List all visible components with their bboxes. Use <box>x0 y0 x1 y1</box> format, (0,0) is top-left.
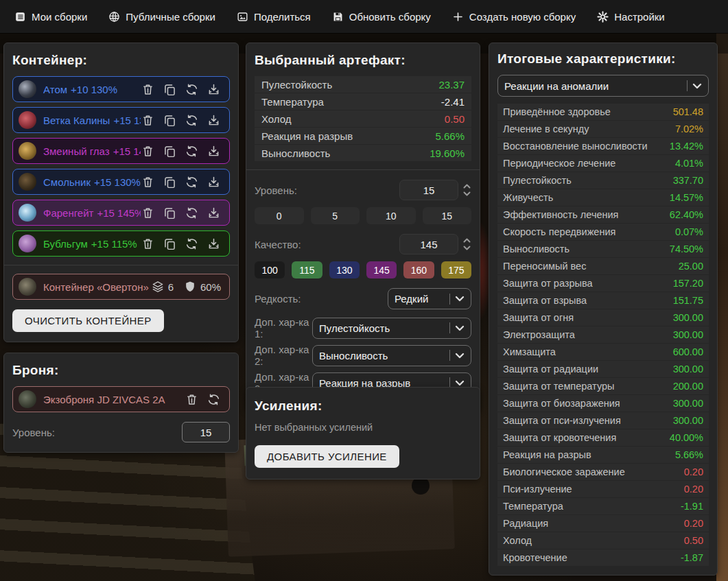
final-stat-value: 300.00 <box>673 398 703 409</box>
nav-share[interactable]: Поделиться <box>236 10 311 23</box>
delete-artifact-button[interactable] <box>141 144 155 158</box>
extra-stat-select[interactable]: Пулестойкость <box>312 318 471 339</box>
container-artifact-row[interactable]: Атом+10 130% <box>12 76 230 102</box>
artifact-stat-row: Выносливость 19.60% <box>255 145 471 161</box>
save-artifact-button[interactable] <box>207 113 221 128</box>
nav-new-build[interactable]: Создать новую сборку <box>451 10 576 23</box>
quality-option-button[interactable]: 130 <box>329 261 360 278</box>
final-stat-label: Радиация <box>503 518 684 529</box>
quality-option-button[interactable]: 145 <box>366 261 397 278</box>
copy-artifact-button[interactable] <box>163 237 177 251</box>
reroll-artifact-button[interactable] <box>185 237 199 251</box>
quality-option-button[interactable]: 100 <box>255 261 285 278</box>
final-stat-label: Восстановление выносливости <box>503 141 670 152</box>
save-artifact-button[interactable] <box>207 82 221 97</box>
delete-artifact-button[interactable] <box>141 82 155 97</box>
quality-option-button[interactable]: 115 <box>292 261 322 278</box>
artifact-stat-row: Пулестойкость 23.37 <box>255 76 471 93</box>
copy-artifact-button[interactable] <box>163 175 177 189</box>
save-artifact-button[interactable] <box>207 206 221 220</box>
final-stat-label: Живучесть <box>503 192 670 203</box>
quality-label: Качество: <box>255 239 301 250</box>
save-artifact-button[interactable] <box>207 175 221 189</box>
quality-option-button[interactable]: 175 <box>441 261 471 278</box>
level-decrement-button[interactable] <box>463 191 471 196</box>
final-stat-row: Защита от пси-излучения 300.00 <box>497 412 709 429</box>
final-stat-row: Эффективность лечения 62.40% <box>497 206 709 223</box>
final-stat-row: Переносимый вес 25.00 <box>497 258 709 274</box>
armor-name: Экзоброня JD ZIVCAS 2A <box>43 394 165 405</box>
quality-increment-button[interactable] <box>463 238 471 243</box>
final-stat-label: Периодическое лечение <box>503 158 675 169</box>
final-stat-label: Кровотечение <box>503 552 681 563</box>
container-item-name: Контейнер «Овертон» <box>43 281 149 293</box>
copy-artifact-button[interactable] <box>163 82 177 97</box>
reroll-artifact-button[interactable] <box>185 206 199 220</box>
copy-artifact-button[interactable] <box>163 206 177 220</box>
final-stat-row: Защита от кровотечения 40.00% <box>497 429 709 446</box>
chevron-down-icon <box>455 325 465 331</box>
final-stat-value: 0.20 <box>684 484 703 495</box>
extra-stat-select[interactable]: Выносливость <box>312 345 471 366</box>
nav-label: Публичные сборки <box>126 11 215 23</box>
final-stat-label: Защита от огня <box>503 312 673 323</box>
rarity-select[interactable]: Редкий <box>388 288 471 309</box>
container-artifact-row[interactable]: Змеиный глаз+15 145% <box>12 138 230 164</box>
delete-armor-button[interactable] <box>185 392 199 407</box>
nav-update-build[interactable]: Обновить сборку <box>331 10 431 23</box>
nav-public-builds[interactable]: Публичные сборки <box>108 10 215 23</box>
artifact-row-actions <box>141 82 221 97</box>
final-stat-row: Живучесть 14.57% <box>497 189 709 206</box>
delete-artifact-button[interactable] <box>141 237 155 251</box>
delete-artifact-button[interactable] <box>141 113 155 128</box>
artifact-row-actions <box>141 175 221 189</box>
container-item-icon <box>19 278 36 296</box>
artifact-icon <box>19 142 36 160</box>
armor-level-input[interactable] <box>182 422 230 442</box>
artifact-stat-row: Реакция на разрыв 5.66% <box>255 128 471 144</box>
final-stat-value: 200.00 <box>673 381 703 392</box>
reroll-artifact-button[interactable] <box>185 144 199 158</box>
container-artifact-row[interactable]: Ветка Калины+15 130% <box>12 107 230 133</box>
level-preset-button[interactable]: 0 <box>255 207 304 224</box>
extra-stat-value: Выносливость <box>319 350 443 361</box>
final-stat-value: 4.01% <box>675 158 703 169</box>
reroll-armor-button[interactable] <box>207 392 221 407</box>
container-artifact-row[interactable]: Смольник+15 130% <box>12 169 230 195</box>
container-artifact-row[interactable]: Фаренгейт+15 145% <box>12 200 230 226</box>
final-stat-label: Скорость передвижения <box>503 226 675 237</box>
save-artifact-button[interactable] <box>207 144 221 158</box>
add-boost-button[interactable]: ДОБАВИТЬ УСИЛЕНИЕ <box>255 445 399 468</box>
level-increment-button[interactable] <box>463 184 471 189</box>
container-artifact-row[interactable]: Бубльгум+15 115% <box>12 230 230 257</box>
selected-artifact-panel: Выбранный артефакт: Пулестойкость 23.37 … <box>246 43 480 410</box>
clear-container-button[interactable]: ОЧИСТИТЬ КОНТЕЙНЕР <box>12 309 164 332</box>
boosts-empty-text: Нет выбранных усилений <box>255 422 471 433</box>
delete-artifact-button[interactable] <box>141 175 155 189</box>
reroll-artifact-button[interactable] <box>185 175 199 189</box>
share-image-icon <box>236 10 249 23</box>
artifact-stat-value: 0.50 <box>445 113 465 125</box>
nav-my-builds[interactable]: Мои сборки <box>14 10 87 23</box>
level-preset-button[interactable]: 5 <box>311 207 360 224</box>
level-input[interactable] <box>399 180 458 200</box>
delete-artifact-button[interactable] <box>141 206 155 220</box>
anomaly-reaction-select[interactable]: Реакции на аномалии <box>497 75 709 97</box>
level-preset-button[interactable]: 15 <box>423 207 472 224</box>
copy-artifact-button[interactable] <box>163 144 177 158</box>
level-preset-row: 0 5 10 15 <box>255 207 471 224</box>
container-item-row[interactable]: Контейнер «Овертон» 6 60% <box>12 274 230 300</box>
final-stat-label: Приведённое здоровье <box>503 106 673 117</box>
chevron-down-icon <box>455 296 465 302</box>
level-preset-button[interactable]: 10 <box>366 207 416 224</box>
copy-artifact-button[interactable] <box>163 113 177 128</box>
quality-decrement-button[interactable] <box>463 246 471 250</box>
reroll-artifact-button[interactable] <box>185 113 199 128</box>
nav-settings[interactable]: Настройки <box>596 10 665 23</box>
save-artifact-button[interactable] <box>207 237 221 251</box>
quality-input[interactable] <box>399 234 458 254</box>
final-stat-row: Реакция на разрыв 5.66% <box>497 447 709 463</box>
reroll-artifact-button[interactable] <box>185 82 199 97</box>
quality-option-button[interactable]: 160 <box>403 261 434 278</box>
armor-row[interactable]: Экзоброня JD ZIVCAS 2A <box>12 386 230 412</box>
